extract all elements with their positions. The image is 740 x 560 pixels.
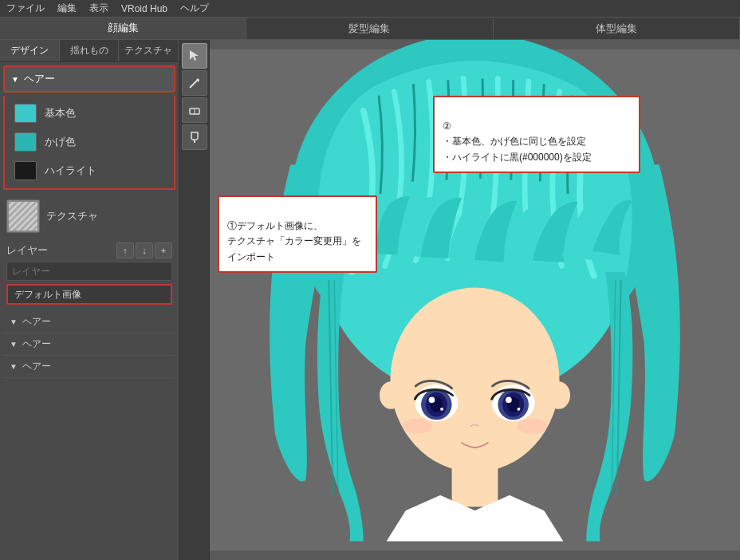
layer-add-button[interactable]: + [155,243,172,258]
callout-2: ② ・基本色、かげ色に同じ色を設定 ・ハイライトに黒(#000000)を設定 [433,96,640,173]
color-item-highlight[interactable]: ハイライト [5,156,174,185]
list-item[interactable]: ▼ ヘアー [3,356,175,378]
hair-layer-label-2: ヘアー [22,337,51,351]
color-items: 基本色 かげ色 ハイライト [3,96,175,190]
chevron-down-icon: ▼ [10,362,18,371]
layer-buttons: ↑ ↓ + [116,243,172,258]
hair-section-label: ヘアー [24,72,55,86]
texture-label: テクスチャ [46,209,98,223]
right-area: ② ・基本色、かげ色に同じ色を設定 ・ハイライトに黒(#000000)を設定 ①… [179,40,740,560]
texture-preview [9,202,37,231]
svg-point-8 [390,288,559,472]
layer-up-button[interactable]: ↑ [116,243,134,258]
erase-tool-button[interactable] [182,97,207,123]
list-item[interactable]: ▼ ヘアー [3,333,175,356]
hair-layers-list: ▼ ヘアー ▼ ヘアー ▼ ヘアー [0,308,179,560]
svg-line-1 [190,80,198,88]
layer-label: レイヤー [6,243,48,258]
default-image-button[interactable]: デフォルト画像 [6,284,172,305]
color-item-shadow[interactable]: かげ色 [5,128,174,156]
chevron-down-icon: ▼ [11,75,19,84]
top-tabs: 顔編集 髪型編集 体型編集 [0,18,740,40]
hair-layer-label-3: ヘアー [22,360,51,373]
callout-2-text: ② ・基本色、かげ色に同じ色を設定 ・ハイライトに黒(#000000)を設定 [443,120,592,162]
menu-view[interactable]: 表示 [89,2,108,15]
pen-icon [187,76,202,90]
layer-down-button[interactable]: ↓ [136,243,153,258]
canvas-area: ② ・基本色、かげ色に同じ色を設定 ・ハイライトに黒(#000000)を設定 ①… [210,40,740,560]
tab-body-edit[interactable]: 体型編集 [494,18,740,39]
chevron-down-icon: ▼ [10,340,18,349]
tab-hair-edit[interactable]: 髪型編集 [246,18,493,39]
layer-header: レイヤー ↑ ↓ + [6,243,172,258]
toolbar-vertical [179,40,210,560]
shadow-color-label: かげ色 [45,135,76,149]
menu-file[interactable]: ファイル [6,2,45,15]
menu-vroid[interactable]: VRoid Hub [121,3,167,14]
tab-face-edit[interactable]: 顔編集 [0,18,246,39]
sub-tab-texture[interactable]: テクスチャ [119,40,179,61]
left-panel: デザイン 揺れもの テクスチャ ▼ ヘアー 基本色 かげ色 ハイライト [0,40,179,560]
svg-point-20 [506,396,512,403]
svg-point-22 [380,381,403,409]
pen-tool-button[interactable] [182,70,207,96]
svg-point-21 [518,408,521,411]
texture-section: テクスチャ [0,193,179,239]
menu-edit[interactable]: 編集 [57,2,77,15]
hair-section-header[interactable]: ▼ ヘアー [3,65,175,93]
menu-help[interactable]: ヘルプ [180,2,209,15]
svg-point-25 [518,418,549,433]
svg-point-14 [429,396,435,403]
highlight-color-label: ハイライト [45,164,96,178]
svg-point-23 [547,381,570,409]
color-item-base[interactable]: 基本色 [5,99,174,128]
bucket-icon [187,130,202,144]
svg-rect-9 [452,460,498,507]
eraser-icon [187,103,202,117]
svg-marker-0 [190,50,199,61]
layer-section: レイヤー ↑ ↓ + デフォルト画像 [0,239,179,308]
svg-point-15 [440,408,443,411]
callout-1-text: ①デフォルト画像に、 テクスチャ「カラー変更用」を インポート [227,220,361,262]
base-color-label: 基本色 [45,106,76,120]
base-color-swatch[interactable] [14,104,37,123]
menubar: ファイル 編集 表示 VRoid Hub ヘルプ [0,0,740,18]
cursor-icon [187,49,202,63]
chevron-down-icon: ▼ [10,317,18,326]
highlight-color-swatch[interactable] [14,161,37,180]
list-item[interactable]: ▼ ヘアー [3,311,175,333]
texture-thumbnail[interactable] [6,199,40,233]
select-tool-button[interactable] [182,43,207,69]
sub-tab-design[interactable]: デザイン [0,40,60,61]
hair-layer-label-1: ヘアー [22,315,51,329]
sub-tab-physics[interactable]: 揺れもの [60,40,120,61]
main-layout: デザイン 揺れもの テクスチャ ▼ ヘアー 基本色 かげ色 ハイライト [0,40,740,560]
sub-tabs: デザイン 揺れもの テクスチャ [0,40,179,62]
bucket-tool-button[interactable] [182,124,207,150]
layer-name-input[interactable] [6,262,172,281]
callout-1: ①デフォルト画像に、 テクスチャ「カラー変更用」を インポート [218,195,377,273]
shadow-color-swatch[interactable] [14,132,37,152]
svg-point-24 [402,418,433,433]
